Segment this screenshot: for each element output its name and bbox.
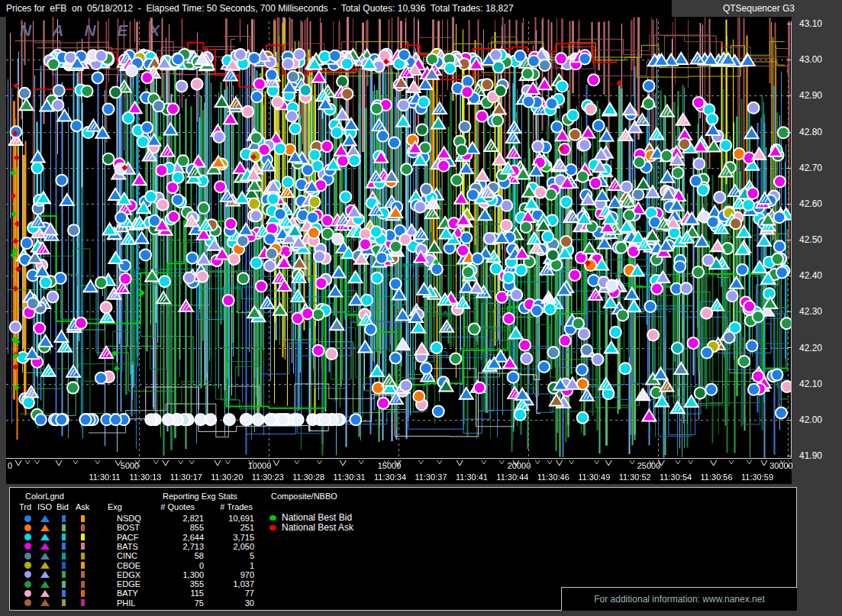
quotes-count: 2,821 [161,514,204,523]
trade-marker-icon [24,571,31,578]
chart-title: Prices for eFB on 05/18/2012 - Elapsed T… [6,3,514,14]
bid-swatch-icon [62,590,66,597]
trades-count: 2,050 [204,542,254,551]
bid-swatch-icon [62,543,66,550]
x-axis-time-label: 11:30:17 [170,472,202,482]
trades-count: 30 [204,598,254,608]
exchange-name: CINC [117,551,161,560]
x-axis-sequence-label: 5000 [121,461,139,470]
col-header-trades: # Trades [202,502,253,511]
x-axis-time-label: 11:30:37 [415,472,447,482]
x-axis-time-label: 11:30:31 [334,472,366,482]
best-bid-dot-icon [269,515,276,521]
colorlgnd-header: ColorLgnd [25,492,64,501]
quotes-count: 75 [161,598,204,608]
exchange-name: CBOE [117,561,161,570]
iso-marker-icon [40,590,50,597]
exchange-name: PACF [117,533,161,542]
legend-panel: ColorLgnd Reporting Exg Stats Trd ISO Bi… [9,487,797,611]
col-header-bid: Bid [56,502,69,511]
x-axis-time-label: 11:30:52 [619,472,651,482]
bid-swatch-icon [62,562,66,569]
legend-row-bost: BOST855251 [19,523,254,532]
ask-swatch-icon [81,581,85,588]
exchange-name: EDGX [117,570,161,579]
legend-row-cboe: CBOE01 [19,561,254,570]
ask-swatch-icon [81,590,85,597]
legend-row-pacf: PACF2,6443,715 [19,533,254,542]
x-axis-time-label: 11:30:54 [660,472,692,482]
nbbo-item-label: National Best Bid [282,512,352,523]
trade-marker-icon [24,581,31,588]
quotes-count: 58 [161,551,204,560]
quotes-count: 1,300 [161,570,204,579]
quotes-count: 855 [161,523,204,532]
qtsequencer-window: { "title_bar": { "left": "Prices for eFB… [0,0,842,616]
bid-swatch-icon [62,599,66,606]
bid-swatch-icon [62,534,66,540]
x-axis-sequence-label: 25000 [637,461,661,470]
iso-marker-icon [40,515,50,522]
x-axis-time-label: 11:30:11 [89,472,120,482]
y-axis-tick-label: 42.50 [799,234,822,245]
trade-marker-icon [24,534,31,540]
ask-swatch-icon [81,599,85,606]
footer-info-text[interactable]: For additional information: www.nanex.ne… [594,594,764,605]
ask-swatch-icon [81,571,85,578]
ask-swatch-icon [81,553,85,560]
x-axis-sequence-label: 10000 [248,461,272,470]
exchange-name: EDGE [117,579,161,589]
nbbo-item: National Best Ask [269,522,353,533]
y-axis-tick-label: 42.60 [799,198,822,209]
col-header-iso: ISO [37,502,52,511]
iso-marker-icon [40,599,50,606]
iso-marker-icon [40,562,50,569]
reporting-stats-header: Reporting Exg Stats [163,492,237,501]
x-axis-time-label: 11:30:13 [129,472,161,482]
y-axis-tick-label: 42.70 [799,163,822,173]
trade-marker-icon [24,553,31,560]
legend-row-baty: BATY11577 [19,589,254,598]
nbbo-item-label: National Best Ask [282,522,353,533]
trades-count: 970 [204,570,254,579]
y-axis-tick-label: 43.00 [799,54,822,65]
x-axis-time-label: 11:30:59 [741,472,773,482]
trades-count: 251 [204,523,254,532]
col-header-exg: Exg [108,502,122,511]
quotes-count: 2,713 [161,542,204,551]
ask-swatch-icon [81,534,85,540]
bid-swatch-icon [62,515,66,522]
app-name-label: QTSequencer G3 [723,3,795,14]
trade-marker-icon [24,599,31,606]
legend-row-cinc: CINC585 [19,551,254,560]
quotes-count: 355 [161,579,204,589]
x-axis-time-label: 11:30:44 [496,472,528,482]
col-header-quotes: # Quotes [152,502,195,511]
exchange-name: BATY [117,589,161,598]
composite-header: Composite/NBBO [271,492,337,501]
y-axis-tick-label: 42.30 [799,306,822,317]
legend-row-bats: BATS2,7132,050 [19,542,254,551]
trades-count: 10,691 [204,514,254,523]
y-axis-tick-label: 42.20 [799,343,822,353]
ask-swatch-icon [81,515,85,522]
legend-row-edgx: EDGX1,300970 [19,570,254,579]
iso-marker-icon [40,534,50,540]
iso-marker-icon [40,571,50,578]
legend-row-phil: PHIL7530 [19,598,254,608]
x-axis-sequence-label: 20000 [508,461,531,470]
best-ask-dot-icon [269,525,276,531]
x-axis-time-label: 11:30:49 [578,472,610,482]
legend-row-edge: EDGE3551,037 [19,579,254,589]
quotes-count: 2,644 [161,533,204,542]
bid-swatch-icon [62,571,66,578]
trade-marker-icon [24,524,31,531]
x-axis-time-label: 11:30:23 [252,472,284,482]
price-chart-canvas[interactable] [6,17,792,484]
nbbo-item: National Best Bid [269,512,352,523]
quotes-count: 0 [161,561,204,570]
x-axis-time-label: 11:30:28 [292,472,324,482]
quotes-count: 115 [161,589,204,598]
y-axis-tick-label: 42.00 [799,414,822,425]
x-axis-time-label: 11:30:56 [701,472,733,482]
